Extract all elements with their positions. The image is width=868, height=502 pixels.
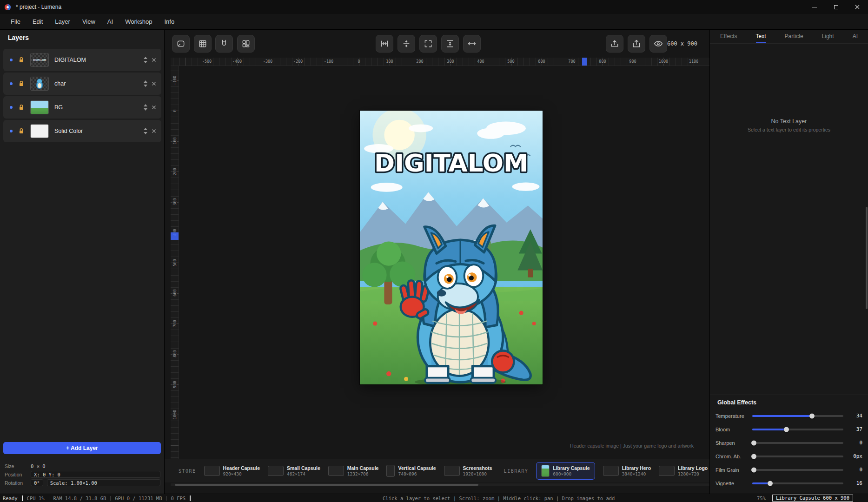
film-grain-slider[interactable] <box>752 469 843 471</box>
visibility-dot-icon[interactable] <box>10 59 13 61</box>
right-panel-scrollbar[interactable] <box>866 207 868 309</box>
slider-thumb[interactable] <box>751 467 756 472</box>
slider-thumb[interactable] <box>809 413 815 418</box>
move-layer-down-icon[interactable] <box>144 85 147 87</box>
capsule-library-capsule[interactable]: Library Capsule 600×900 <box>536 462 595 480</box>
capsule-thumbnail <box>204 466 220 476</box>
move-layer-up-icon[interactable] <box>144 57 147 59</box>
capsule-name: Header Capsule <box>223 465 260 471</box>
lock-icon[interactable] <box>18 128 25 134</box>
tab-ai[interactable]: AI <box>853 30 858 43</box>
background-mini-preview <box>31 101 48 114</box>
menu-info[interactable]: Info <box>158 14 180 29</box>
align-vertical-center-button[interactable] <box>398 35 415 53</box>
horizontal-ruler[interactable]: -500 -400 -300 -200 -100 0 100 200 300 4… <box>171 58 709 66</box>
ruler-tick-label: 900 <box>628 59 637 64</box>
layer-row-bg[interactable]: BG <box>3 96 161 119</box>
slider-label: Sharpen <box>716 440 750 446</box>
lock-icon[interactable] <box>18 104 25 111</box>
chromatic-aberration-slider[interactable] <box>752 456 843 457</box>
capsule-header[interactable]: Header Capsule 920×430 <box>204 465 260 476</box>
bloom-row: Bloom 37 <box>710 423 868 436</box>
canvas-area[interactable]: 600 x 900 -500 -400 -300 -200 -100 0 100… <box>165 30 709 494</box>
capsule-main[interactable]: Main Capsule 1232×706 <box>328 465 379 476</box>
capsule-library-hero[interactable]: Library Hero 3840×1240 <box>603 465 651 476</box>
preview-button[interactable] <box>649 35 667 53</box>
position-field[interactable]: X: 0 Y: 0 <box>31 471 160 478</box>
menu-view[interactable]: View <box>76 14 101 29</box>
import-button[interactable] <box>628 35 645 53</box>
delete-layer-icon[interactable] <box>152 81 156 86</box>
move-layer-up-icon[interactable] <box>144 128 147 130</box>
visibility-dot-icon[interactable] <box>10 130 13 132</box>
minimize-button[interactable] <box>804 0 825 14</box>
temperature-slider[interactable] <box>752 415 843 417</box>
vertical-ruler[interactable]: -100 0 100 200 300 400 500 600 700 800 9… <box>171 66 179 459</box>
chromatic-aberration-row: Chrom. Ab. 0px <box>710 449 868 463</box>
move-layer-up-icon[interactable] <box>144 80 147 83</box>
layer-row-digitalom[interactable]: DIGITALOM DIGITALOM <box>3 49 161 71</box>
menu-file[interactable]: File <box>5 14 27 29</box>
position-info-row: Position X: 0 Y: 0 <box>5 471 160 478</box>
lock-icon[interactable] <box>18 80 25 87</box>
gpu-usage: GPU 0 / 11231 MB <box>115 495 162 501</box>
menu-ai[interactable]: AI <box>101 14 119 29</box>
capsule-vertical[interactable]: Vertical Capsule 748×896 <box>386 465 436 477</box>
slider-thumb[interactable] <box>751 440 756 445</box>
slider-thumb[interactable] <box>784 427 789 432</box>
close-button[interactable] <box>847 0 868 14</box>
magnet-icon <box>219 39 229 48</box>
visibility-dot-icon[interactable] <box>10 106 13 109</box>
add-layer-button[interactable]: + Add Layer <box>3 442 161 454</box>
scale-field[interactable]: Scale: 1.00×1.00 <box>47 479 160 486</box>
layer-row-char[interactable]: char <box>3 73 161 95</box>
move-layer-down-icon[interactable] <box>144 61 147 63</box>
move-layer-up-icon[interactable] <box>144 104 147 106</box>
tab-light[interactable]: Light <box>822 30 834 43</box>
menu-workshop[interactable]: Workshop <box>119 14 158 29</box>
capsule-library-logo[interactable]: Library Logo 1280×720 <box>659 465 708 476</box>
align-horizontal-button[interactable] <box>376 35 393 53</box>
move-layer-down-icon[interactable] <box>144 108 147 111</box>
capsule-name: Library Logo <box>678 465 708 471</box>
delete-layer-icon[interactable] <box>152 58 156 62</box>
distribute-vertical-button[interactable] <box>441 35 459 53</box>
visibility-dot-icon[interactable] <box>10 82 13 85</box>
ruler-tick-label: -100 <box>172 75 177 86</box>
delete-layer-icon[interactable] <box>152 129 156 133</box>
lock-icon[interactable] <box>18 57 25 63</box>
capsule-scrollbar-thumb[interactable] <box>175 484 478 486</box>
ruler-tick-label: 1000 <box>172 409 177 420</box>
vignette-slider[interactable] <box>752 482 843 484</box>
tab-particle[interactable]: Particle <box>785 30 803 43</box>
move-layer-down-icon[interactable] <box>144 132 147 134</box>
menu-layer[interactable]: Layer <box>49 14 76 29</box>
rounded-rect-tool-button[interactable] <box>172 35 190 53</box>
cursor-position-marker <box>171 232 179 240</box>
slider-thumb[interactable] <box>768 481 773 486</box>
capsule-small[interactable]: Small Capsule 462×174 <box>268 465 320 476</box>
layer-thumbnail: DIGITALOM <box>30 53 49 67</box>
capsule-screenshots[interactable]: Screenshots 1920×1080 <box>444 465 492 476</box>
snap-toggle-button[interactable] <box>215 35 233 53</box>
global-effects-title: Global Effects <box>717 399 868 406</box>
menu-edit[interactable]: Edit <box>27 14 49 29</box>
fit-screen-button[interactable] <box>419 35 437 53</box>
distribute-horizontal-button[interactable] <box>463 35 481 53</box>
grid-toggle-button[interactable] <box>194 35 212 53</box>
sharpen-slider[interactable] <box>752 442 843 444</box>
tab-text[interactable]: Text <box>756 30 766 43</box>
delete-layer-icon[interactable] <box>152 105 156 110</box>
capsule-scrollbar[interactable] <box>171 483 709 486</box>
tab-effects[interactable]: Effects <box>720 30 737 43</box>
layout-button[interactable] <box>237 35 255 53</box>
maximize-button[interactable] <box>825 0 847 14</box>
layer-row-solid-color[interactable]: Solid Color <box>3 120 161 142</box>
bloom-slider[interactable] <box>752 429 843 430</box>
rotation-field[interactable]: 0° <box>31 479 43 486</box>
solid-color-preview <box>31 125 48 138</box>
slider-thumb[interactable] <box>751 454 756 459</box>
canvas-artwork[interactable]: DIGITALOM <box>360 111 543 384</box>
current-capsule-chip[interactable]: Library Capsule 600 x 900 <box>772 495 853 502</box>
export-button[interactable] <box>606 35 623 53</box>
